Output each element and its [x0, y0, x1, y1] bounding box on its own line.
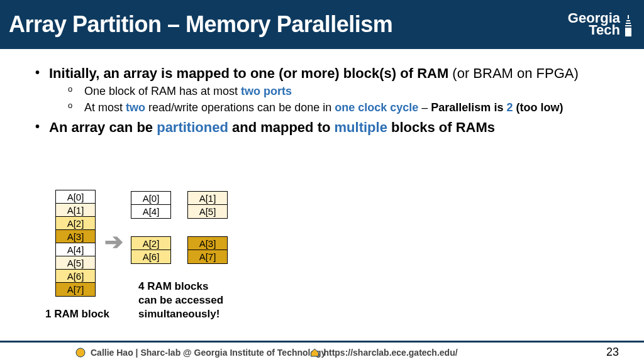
cell: A[5] [56, 256, 95, 270]
label-1-ram: 1 RAM block [45, 308, 109, 321]
svg-point-0 [76, 348, 85, 357]
footer-author: Callie Hao | Sharc-lab @ Georgia Institu… [91, 348, 326, 358]
sub-bullet-1a: One block of RAM has at most two ports [68, 83, 621, 99]
ram-block-0: A[0] A[4] [131, 191, 171, 219]
ram-block-2: A[2] A[6] [131, 236, 171, 264]
buzz-icon [75, 348, 86, 358]
slide-header: Array Partition – Memory Parallelism Geo… [0, 0, 644, 49]
cell: A[2] [56, 217, 95, 230]
cell: A[3] [188, 237, 227, 250]
bullet-2: An array can be partitioned and mapped t… [35, 118, 621, 137]
cell: A[5] [188, 205, 227, 218]
cell: A[6] [56, 270, 95, 283]
page-number: 23 [606, 346, 619, 359]
arrow-icon: ➔ [104, 229, 123, 255]
ram-block-1: A[1] A[5] [187, 191, 228, 219]
cell: A[3] [56, 230, 95, 243]
slide-title: Array Partition – Memory Parallelism [9, 11, 392, 38]
cell: A[1] [56, 204, 95, 217]
slide-footer: Callie Hao | Sharc-lab @ Georgia Institu… [0, 341, 644, 362]
ram-block-single: A[0] A[1] A[2] A[3] A[4] A[5] A[6] A[7] [55, 190, 96, 297]
tower-icon [624, 15, 633, 36]
cell: A[4] [131, 205, 170, 218]
cell: A[6] [131, 250, 170, 263]
label-4-ram: 4 RAM blocks can be accessed simultaneou… [138, 280, 223, 321]
sub-bullet-1b: At most two read/write operations can be… [68, 99, 621, 116]
bullet-1: Initially, an array is mapped to one (or… [35, 64, 621, 116]
cell: A[7] [56, 283, 95, 296]
cell: A[1] [188, 192, 227, 205]
cell: A[2] [131, 237, 170, 250]
ram-blocks-partitioned: A[0] A[4] A[1] A[5] A[2] A[6] A[3] A[7] [131, 191, 228, 264]
ram-block-3: A[3] A[7] [187, 236, 228, 264]
cell: A[0] [131, 192, 170, 205]
cell: A[7] [188, 250, 227, 263]
logo-line2: Tech [589, 25, 620, 36]
cell: A[4] [56, 243, 95, 256]
gatech-logo: Georgia Tech [568, 13, 633, 36]
cell: A[0] [56, 190, 95, 204]
home-icon [309, 348, 319, 358]
footer-url: https://sharclab.ece.gatech.edu/ [323, 348, 457, 358]
slide-body: Initially, an array is mapped to one (or… [0, 49, 644, 137]
